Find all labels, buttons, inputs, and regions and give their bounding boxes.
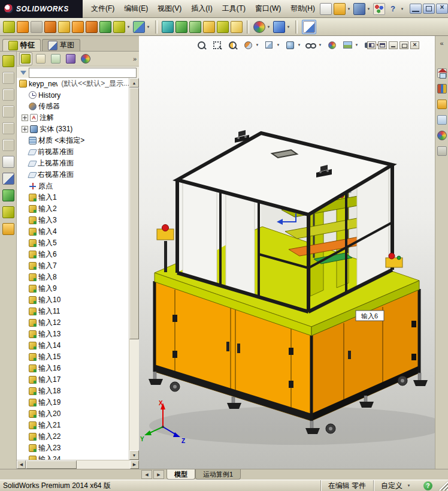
file-explorer-button[interactable] [437,100,447,109]
menu-item-6[interactable]: 帮助(H) [286,0,320,17]
section-view-button[interactable] [241,39,261,51]
scroll-thumb[interactable] [26,460,77,469]
tree-item[interactable]: 上视基准面 [17,158,129,169]
tab-features[interactable]: 特征 [2,39,41,51]
tree-item[interactable]: 输入20 [17,408,129,420]
minimize-button[interactable] [410,4,422,14]
tree-item[interactable]: 输入1 [17,192,129,203]
sketch-mode-button[interactable] [302,20,316,34]
tree-item[interactable]: 输入2 [17,203,129,215]
placeholder-5-button[interactable] [2,139,14,151]
tree-item[interactable]: 输入19 [17,397,129,408]
tree-item[interactable]: 输入12 [17,317,129,329]
tree-item[interactable]: 输入3 [17,215,129,226]
tree-item[interactable]: 输入15 [17,351,129,363]
alarm-button[interactable] [44,21,56,33]
menu-item-3[interactable]: 插入(I) [186,0,217,17]
emergency-stop-left[interactable] [157,225,174,273]
import-button[interactable] [175,21,187,33]
propertymanager-tab[interactable] [34,52,47,65]
menu-item-4[interactable]: 工具(T) [217,0,250,17]
tree-item[interactable]: 输入22 [17,431,129,442]
hide-show-items-caret-icon[interactable] [317,43,323,47]
status-help-icon[interactable] [423,481,432,490]
help-caret-icon[interactable] [399,7,405,11]
placeholder-1-button[interactable] [2,72,14,84]
help-button[interactable] [387,3,405,15]
spline-tools-caret-icon[interactable] [286,25,291,29]
featuremanager-tab[interactable] [19,52,32,65]
tree-item[interactable]: 材质 <未指定> [17,135,129,146]
panel-overflow-button[interactable] [133,55,137,62]
menu-item-5[interactable]: 窗口(W) [250,0,286,17]
pattern-caret-icon[interactable] [146,25,151,29]
grid-a-button[interactable] [189,21,201,33]
save-document-button[interactable] [353,3,371,15]
tab-model[interactable]: 模型 [167,469,195,480]
tab-scroll-right-button[interactable] [153,470,164,479]
tree-item[interactable]: 输入23 [17,442,129,454]
zoom-prev-button[interactable] [225,39,240,51]
viewport-split-button[interactable] [367,41,376,49]
placeholder-4-button[interactable] [2,122,14,134]
design-library-button[interactable] [437,84,447,94]
pattern-button[interactable] [133,21,151,33]
tree-item[interactable]: 原点 [17,180,129,192]
undo-button[interactable] [31,21,43,33]
tree-filter-input[interactable] [29,68,137,78]
zoom-fit-button[interactable] [194,39,208,51]
tree-horizontal-scrollbar[interactable] [17,460,139,469]
tree-item[interactable]: 输入5 [17,237,129,249]
menu-item-1[interactable]: 编辑(E) [119,0,153,17]
task-pane-collapse-button[interactable] [440,40,443,47]
block-b-caret-icon[interactable] [126,25,131,29]
menu-item-2[interactable]: 视图(V) [153,0,186,17]
open-document-caret-icon[interactable] [346,7,352,11]
status-units-selector[interactable]: 自定义 [373,480,419,491]
comment-button[interactable] [58,21,70,33]
capture-button[interactable] [3,21,15,33]
section-view-caret-icon[interactable] [255,43,260,47]
edit-sketch-button[interactable] [2,173,14,185]
close-button[interactable] [436,4,448,14]
feature-callout[interactable]: 输入6 [356,311,384,321]
dimxpert-tab[interactable] [64,52,77,65]
tree-item[interactable]: 输入14 [17,340,129,351]
placeholder-3-button[interactable] [2,106,14,118]
view-orientation-button[interactable] [262,39,281,51]
view-palette-button[interactable] [437,115,447,125]
maximize-button[interactable] [423,4,435,14]
tree-root-item[interactable]: keyp_new (默认<<默认>_显示... [17,78,129,89]
stack-button[interactable] [203,21,215,33]
zoom-area-button[interactable] [210,39,224,51]
tree-item[interactable]: 注解 [17,112,129,123]
reload-model-button[interactable] [2,189,14,201]
tab-sketch[interactable]: 草图 [42,39,80,51]
tree-item[interactable]: History [17,89,129,101]
resources-button[interactable] [437,68,447,78]
toolbox-button[interactable] [253,21,271,33]
scroll-down-button[interactable] [129,450,139,460]
tree-item[interactable]: 前视基准面 [17,146,129,158]
minimize-document-button[interactable] [389,41,398,49]
tree-item[interactable]: 输入13 [17,329,129,340]
viewport-pane-button[interactable] [378,41,387,49]
tree-item[interactable]: 输入16 [17,363,129,374]
edit-appearance-button[interactable] [325,39,339,51]
panel-b-button[interactable] [86,21,98,33]
save-document-caret-icon[interactable] [366,7,371,11]
grid-b-button[interactable] [217,21,229,33]
apply-scene-caret-icon[interactable] [354,43,359,47]
scroll-left-button[interactable] [17,460,26,469]
panel-a-button[interactable] [72,21,84,33]
tree-item[interactable]: 传感器 [17,101,129,112]
select-filter-button[interactable] [2,55,14,67]
tree-item[interactable]: 实体 (331) [17,123,129,135]
expand-plus-icon[interactable] [22,126,28,132]
tree-item[interactable]: 输入17 [17,374,129,385]
tree-item[interactable]: 输入21 [17,420,129,431]
spline-tools-button[interactable] [273,21,291,33]
print-document-button[interactable] [373,3,385,15]
graphics-viewport[interactable]: 输入6 X Y Z [139,36,435,469]
apply-scene-button[interactable] [340,39,360,51]
